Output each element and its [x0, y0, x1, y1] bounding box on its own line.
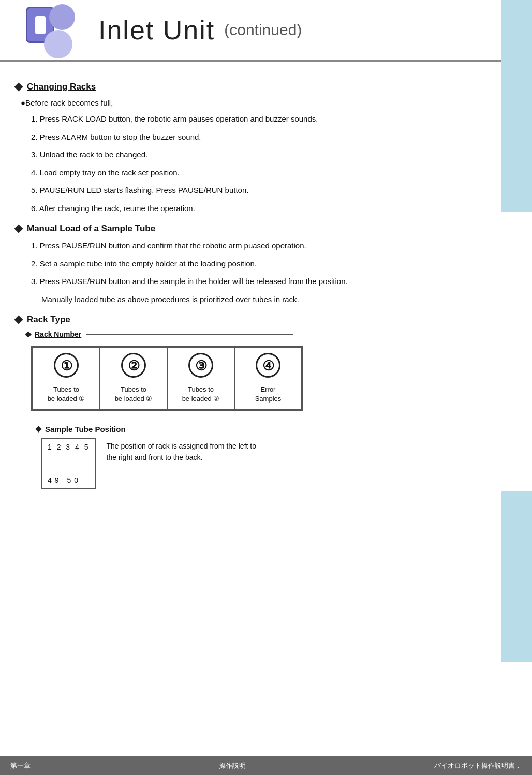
- sub-bullet-icon: [25, 331, 32, 338]
- rack-circle-4: ④: [256, 353, 280, 378]
- page-subtitle: (continued): [224, 21, 302, 39]
- rack-circle-2: ②: [121, 353, 146, 378]
- changing-racks-step2: 2. Press ALARM button to stop the buzzer…: [31, 131, 516, 143]
- rack-cell-3: ③ Tubes tobe loaded ③: [167, 347, 234, 409]
- tube-grid: 1 2 3 4 5 49 50: [41, 438, 96, 489]
- rack-cell-4-label: ErrorSamples: [255, 385, 282, 404]
- logo: [10, 2, 83, 58]
- changing-racks-header: Changing Racks: [16, 82, 516, 92]
- rack-cell-2-content: ② Tubes tobe loaded ②: [102, 352, 165, 405]
- rack-cell-3-label: Tubes tobe loaded ③: [182, 385, 220, 404]
- tube-position-box: 1 2 3 4 5 49 50 The position of rack is …: [41, 438, 516, 489]
- rack-type-title: Rack Type: [27, 315, 70, 325]
- right-blue-bar-upper: [501, 62, 532, 212]
- rack-diagram-wrapper: ① Tubes tobe loaded ① ② Tubes tobe loade…: [31, 346, 303, 411]
- footer-left: 第一章: [10, 761, 31, 770]
- sample-tube-position-label: Sample Tube Position: [45, 425, 126, 434]
- sample-tube-position-header: Sample Tube Position: [36, 425, 516, 434]
- tube-grid-bottom: 49 50: [48, 476, 90, 484]
- sample-tube-position-section: Sample Tube Position 1 2 3 4 5 49 50 The…: [26, 425, 516, 489]
- rack-cell-4-content: ④ ErrorSamples: [237, 352, 299, 405]
- manual-load-step2: 2. Set a sample tube into the empty hold…: [31, 258, 516, 270]
- rack-type-header: Rack Type: [16, 315, 516, 325]
- changing-racks-step6: 6. After changing the rack, reume the op…: [31, 203, 516, 215]
- sub-bullet-icon-2: [35, 426, 42, 433]
- logo-circle1: [49, 4, 75, 30]
- tube-grid-top: 1 2 3 4 5: [48, 443, 90, 451]
- rack-table-row: ① Tubes tobe loaded ① ② Tubes tobe loade…: [33, 347, 302, 409]
- changing-racks-step1: 1. Press RACK LOAD button, the robotic a…: [31, 113, 516, 125]
- rack-cell-2-label: Tubes tobe loaded ②: [115, 385, 153, 404]
- changing-racks-step4: 4. Load empty tray on the rack set posit…: [31, 167, 516, 179]
- rack-number-divider: [86, 334, 293, 335]
- footer-center: 操作説明: [219, 761, 246, 770]
- changing-racks-step5: 5. PAUSE/RUN LED starts flashing. Press …: [31, 185, 516, 197]
- changing-racks-step3: 3. Unload the rack to be changed.: [31, 149, 516, 161]
- rack-number-header: Rack Number: [26, 330, 516, 338]
- bullet-icon-3: [14, 316, 23, 324]
- tube-grid-description: The position of rack is assigned from th…: [107, 438, 256, 464]
- logo-circle2: [44, 30, 72, 58]
- rack-cell-1-label: Tubes tobe loaded ①: [48, 385, 85, 404]
- rack-cell-1: ① Tubes tobe loaded ①: [33, 347, 100, 409]
- page-title: Inlet Unit: [98, 14, 215, 46]
- page-header: Inlet Unit (continued): [0, 0, 532, 62]
- manual-load-step3: 3. Press PAUSE/RUN button and the sample…: [31, 276, 516, 288]
- rack-circle-1: ①: [54, 353, 79, 378]
- header-blue-box: [501, 0, 532, 62]
- rack-cell-2: ② Tubes tobe loaded ②: [100, 347, 167, 409]
- changing-racks-title: Changing Racks: [27, 82, 96, 92]
- bullet-icon: [14, 83, 23, 92]
- bullet-icon-2: [14, 225, 23, 233]
- manual-load-step1: 1. Press PAUSE/RUN button and confirm th…: [31, 240, 516, 252]
- rack-cell-4: ④ ErrorSamples: [234, 347, 302, 409]
- right-blue-bar-lower: [501, 491, 532, 662]
- rack-cell-3-content: ③ Tubes tobe loaded ③: [170, 352, 232, 405]
- rack-number-label: Rack Number: [35, 330, 81, 338]
- changing-racks-intro: ●Before rack becomes full,: [21, 98, 516, 107]
- manual-load-title: Manual Load of a Sample Tube: [27, 223, 155, 234]
- rack-table: ① Tubes tobe loaded ① ② Tubes tobe loade…: [32, 347, 302, 410]
- manual-load-header: Manual Load of a Sample Tube: [16, 223, 516, 234]
- page-footer: 第一章 操作説明 バイオロボット操作説明書．: [0, 756, 532, 775]
- main-content: Changing Racks ●Before rack becomes full…: [0, 62, 532, 755]
- rack-cell-1-content: ① Tubes tobe loaded ①: [35, 352, 97, 405]
- footer-right: バイオロボット操作説明書．: [434, 761, 522, 770]
- manual-load-note: Manually loaded tube as above procedures…: [41, 294, 516, 306]
- logo-inner: [35, 16, 46, 34]
- rack-circle-3: ③: [188, 353, 213, 378]
